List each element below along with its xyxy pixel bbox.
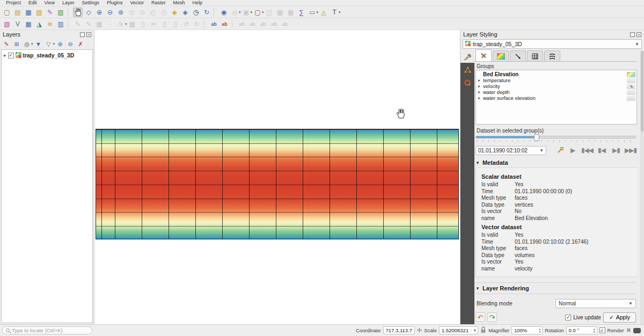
menu-settings[interactable]: Settings	[78, 0, 103, 6]
layer-visibility-checkbox[interactable]: ✓	[8, 53, 14, 59]
first-frame-button[interactable]: ▮◀◀	[582, 145, 592, 155]
open-attribute-table-icon[interactable]: ▦	[275, 8, 285, 17]
vertex-tool-icon[interactable]: ∕x	[116, 19, 126, 29]
live-update-checkbox[interactable]: ✓	[565, 315, 571, 320]
add-virtual-layer-icon[interactable]: ▥	[56, 19, 65, 29]
style-undo-button[interactable]: ↶	[475, 312, 485, 322]
play-button[interactable]: ▶	[568, 145, 577, 155]
change-label-icon[interactable]: ab	[280, 19, 290, 29]
map-tips-icon[interactable]: ◬	[319, 8, 328, 17]
apply-button[interactable]: ✓ Apply	[603, 312, 636, 323]
highlight-pinned-labels-icon[interactable]: ab	[237, 19, 247, 29]
filter-legend-by-expression-icon[interactable]: ▽	[45, 40, 53, 48]
last-frame-button[interactable]: ▶▶▮	[626, 145, 635, 155]
save-project-icon[interactable]: ▦	[24, 8, 33, 17]
pan-to-selection-icon[interactable]: ◇	[84, 8, 93, 17]
tab-mesh-frame[interactable]	[527, 50, 543, 61]
extents-toggle-icon[interactable]: ✛	[417, 327, 422, 334]
zoom-out-icon[interactable]: ⊖	[105, 8, 115, 17]
pan-map-icon[interactable]	[73, 8, 83, 17]
metadata-header[interactable]: ▼ Metadata	[475, 159, 637, 166]
expander-icon[interactable]: ▸	[478, 84, 483, 89]
scalar-ramp-icon[interactable]	[627, 72, 635, 77]
cut-features-icon[interactable]: ✂	[149, 19, 159, 29]
menu-layer[interactable]: Layer	[58, 0, 78, 6]
layers-panel-close-button[interactable]: ×	[86, 32, 91, 37]
previous-frame-button[interactable]: ▮◀	[597, 145, 606, 155]
style-redo-button[interactable]: ↷	[487, 312, 497, 322]
add-raster-layer-icon[interactable]: ▦	[24, 19, 33, 29]
vector-arrow-icon[interactable]: ↘	[627, 84, 635, 89]
filter-legend-icon[interactable]: ▼	[34, 40, 43, 48]
new-spatial-bookmark-icon[interactable]: ◈	[170, 8, 179, 17]
add-vector-layer-icon[interactable]: V	[13, 19, 23, 29]
deselect-features-icon[interactable]: ▢	[253, 8, 262, 17]
zoom-to-layer-icon[interactable]: ⊙	[137, 8, 147, 17]
copy-features-icon[interactable]: ▯	[160, 19, 170, 29]
open-project-icon[interactable]: ▤	[13, 8, 23, 17]
styling-scrollbar[interactable]	[640, 50, 644, 324]
map-canvas[interactable]	[94, 30, 460, 324]
undo-icon[interactable]: ↺	[181, 19, 191, 29]
messages-icon[interactable]	[633, 328, 641, 333]
render-checkbox[interactable]: ✓	[599, 327, 605, 333]
blending-mode-select[interactable]: Normal ▼	[555, 299, 636, 308]
spinner-arrows-icon[interactable]: ▲▼	[593, 328, 596, 333]
scale-select[interactable]: 1.52008321 ▼	[439, 326, 478, 334]
expander-icon[interactable]: ▸	[478, 78, 483, 83]
expander-icon[interactable]: ▸	[4, 53, 6, 58]
move-label-icon[interactable]: ab	[269, 19, 279, 29]
open-layer-styling-icon[interactable]: ✎	[2, 40, 11, 48]
new-project-icon[interactable]: ▢	[2, 8, 12, 17]
redo-icon[interactable]: ↻	[192, 19, 202, 29]
next-frame-button[interactable]: ▶▮	[611, 145, 621, 155]
group-row-water-surface-elevation[interactable]: ▸water surface elevation	[476, 95, 636, 101]
statistical-summary-icon[interactable]: ∑	[297, 8, 306, 17]
expand-all-icon[interactable]: ⊕	[56, 40, 64, 48]
tab-general-settings[interactable]	[475, 49, 492, 61]
add-mesh-layer-icon[interactable]: ◮	[34, 19, 44, 29]
tab-contours[interactable]	[493, 50, 509, 61]
rotation-input[interactable]: 0.0 ° ▲▼	[566, 326, 597, 334]
menu-project[interactable]: Project	[2, 0, 25, 6]
select-by-expression-icon[interactable]: ◫	[265, 8, 274, 17]
pin-unpin-labels-icon[interactable]: ab	[248, 19, 258, 29]
chevron-down-icon[interactable]: ▾	[317, 10, 319, 14]
chevron-down-icon[interactable]: ▾	[31, 42, 33, 46]
paste-features-icon[interactable]: ▯	[171, 19, 180, 29]
chevron-down-icon[interactable]: ▾	[53, 42, 55, 46]
save-layer-edits-icon[interactable]: ▦	[94, 19, 104, 29]
expander-icon[interactable]: ▸	[478, 96, 483, 100]
locate-input[interactable]: Type to locate (Ctrl+K)	[2, 326, 92, 334]
layers-panel-float-button[interactable]	[80, 32, 85, 37]
dataset-time-slider[interactable]	[475, 136, 636, 138]
group-indicator[interactable]	[627, 90, 635, 95]
toggle-editing-icon[interactable]: ✎	[84, 19, 93, 29]
layer-labeling-icon[interactable]: ab	[209, 19, 219, 29]
zoom-last-icon[interactable]: ◴	[148, 8, 158, 17]
dataset-time-select[interactable]: 01.01.1990 02:10:02 ▼	[475, 146, 546, 155]
spinner-arrows-icon[interactable]: ▲▼	[538, 328, 541, 333]
show-hide-labels-icon[interactable]: ab	[259, 19, 268, 29]
data-source-manager-icon[interactable]: ▧	[2, 19, 12, 29]
add-group-icon[interactable]: ⊞	[12, 40, 21, 48]
collapse-all-icon[interactable]: ⊖	[66, 40, 75, 48]
temporal-controller-icon[interactable]: ◷	[191, 8, 201, 17]
measure-icon[interactable]: ▭	[308, 8, 317, 17]
layer-item[interactable]: ▸ ✓ trap_steady_05_3D	[2, 52, 92, 59]
manage-map-themes-icon[interactable]: ◎	[23, 40, 31, 48]
playback-settings-icon[interactable]	[557, 147, 564, 155]
run-feature-action-icon[interactable]: ◎	[230, 8, 239, 17]
group-indicator[interactable]	[627, 96, 635, 101]
layer-rendering-header[interactable]: ▼ Layer Rendering	[475, 282, 637, 294]
menu-mesh[interactable]: Mesh	[170, 0, 189, 6]
style-manager-icon[interactable]: ✎	[45, 8, 55, 17]
expander-icon[interactable]: ▸	[478, 90, 483, 94]
tab-stacked-mesh-averaging[interactable]	[544, 50, 560, 61]
slider-handle[interactable]	[534, 134, 539, 141]
zoom-in-icon[interactable]: ⊕	[94, 8, 104, 17]
coordinate-input[interactable]: 717.3,113.7	[383, 326, 415, 334]
field-calculator-icon[interactable]: ▩	[286, 8, 296, 17]
tab-vectors[interactable]	[510, 50, 526, 61]
tasks-icon[interactable]: ✖	[626, 327, 631, 334]
